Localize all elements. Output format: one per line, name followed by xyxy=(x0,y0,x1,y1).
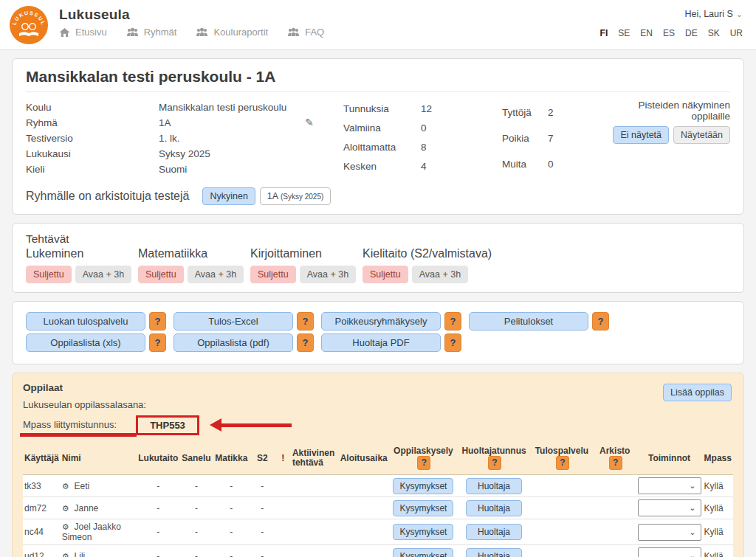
action-button[interactable]: Poikkeusryhmäkysely xyxy=(321,312,441,331)
cell-lukutaito: - xyxy=(137,497,179,519)
cell-guardian: Huoltaja xyxy=(458,497,530,519)
gender-row: Tyttöjä2 xyxy=(502,100,613,125)
cell-archive xyxy=(594,545,636,557)
help-button[interactable]: ? xyxy=(556,456,569,470)
detail-value: 1. lk. xyxy=(159,131,343,146)
action-button[interactable]: Luokan tulospalvelu xyxy=(26,312,145,331)
task-open-button[interactable]: Avaa + 3h xyxy=(75,266,131,283)
guardian-button[interactable]: Huoltaja xyxy=(466,478,522,494)
mpass-code: THP553 xyxy=(136,415,199,435)
detail-value: Mansikkalan testi peruskoulu xyxy=(159,100,343,115)
actions-select[interactable]: ⌄ xyxy=(638,499,701,516)
language-de[interactable]: DE xyxy=(685,28,698,38)
help-button[interactable]: ? xyxy=(297,312,314,331)
student-name: Janne xyxy=(75,503,99,513)
gear-icon[interactable]: ⚙ xyxy=(62,522,69,531)
detail-row: KieliSuomi xyxy=(26,162,343,177)
language-ur[interactable]: UR xyxy=(730,28,743,38)
task-status-button[interactable]: Suljettu xyxy=(138,266,184,283)
language-sk[interactable]: SK xyxy=(708,28,720,38)
action-button[interactable]: Oppilaslista (pdf) xyxy=(173,333,293,352)
help-button[interactable]: ? xyxy=(417,456,430,470)
cell-username: tk33 xyxy=(23,475,61,497)
nav-item-kouluraportit[interactable]: Kouluraportit xyxy=(196,27,268,38)
gear-icon[interactable]: ⚙ xyxy=(62,552,69,557)
cell-guardian: Huoltaja xyxy=(458,519,530,545)
task-open-button[interactable]: Avaa + 3h xyxy=(188,266,244,283)
action-button[interactable]: Tulos-Excel xyxy=(173,312,293,331)
gear-icon[interactable]: ⚙ xyxy=(62,504,69,513)
cell-survey: Kysymykset xyxy=(389,497,458,519)
help-button[interactable]: ? xyxy=(444,333,461,352)
greeting-text: Hei, Lauri S xyxy=(684,9,732,19)
visibility-option-button[interactable]: Ei näytetä xyxy=(613,126,669,144)
gear-icon[interactable]: ⚙ xyxy=(62,482,69,491)
action-group: Oppilaslista (pdf)? xyxy=(173,333,321,352)
help-button[interactable]: ? xyxy=(149,333,166,352)
task-2: MatematiikkaSuljettuAvaa + 3h xyxy=(138,247,250,283)
user-menu[interactable]: Hei, Lauri S⌄ xyxy=(600,9,743,19)
help-button[interactable]: ? xyxy=(488,456,501,470)
student-name: Eeti xyxy=(75,481,90,491)
guardian-button[interactable]: Huoltaja xyxy=(466,548,522,557)
help-button[interactable]: ? xyxy=(297,333,314,352)
action-button[interactable]: Oppilaslista (xls) xyxy=(26,333,145,352)
task-open-button[interactable]: Avaa + 3h xyxy=(300,266,356,283)
guardian-button[interactable]: Huoltaja xyxy=(466,524,522,540)
cell-mpass: Kyllä xyxy=(703,545,733,557)
add-student-button[interactable]: Lisää oppilas xyxy=(663,384,732,401)
archived-test-suffix: (Syksy 2025) xyxy=(281,193,323,201)
cell-matikka: - xyxy=(213,475,250,497)
table-row: ud12⚙Lili----KysymyksetHuoltaja⌄Kyllä xyxy=(23,545,733,557)
task-status-button[interactable]: Suljettu xyxy=(250,266,296,283)
guardian-button[interactable]: Huoltaja xyxy=(466,500,522,516)
nav-item-label: Ryhmät xyxy=(144,27,177,38)
action-button[interactable]: Pelitulokset xyxy=(469,312,588,331)
actions-select[interactable]: ⌄ xyxy=(638,547,701,557)
language-se[interactable]: SE xyxy=(618,28,630,38)
help-button[interactable]: ? xyxy=(149,312,166,331)
actions-select[interactable]: ⌄ xyxy=(638,477,701,494)
task-status-button[interactable]: Suljettu xyxy=(26,266,72,283)
edit-pencil-icon[interactable]: ✎ xyxy=(305,115,314,131)
task-name: Kirjoittaminen xyxy=(250,247,362,260)
language-en[interactable]: EN xyxy=(640,28,653,38)
main-nav: EtusivuRyhmätKouluraportitFAQ xyxy=(59,27,324,38)
actions-select[interactable]: ⌄ xyxy=(638,524,701,541)
help-button[interactable]: ? xyxy=(592,312,609,331)
survey-button[interactable]: Kysymykset xyxy=(393,478,453,494)
survey-button[interactable]: Kysymykset xyxy=(393,524,453,540)
language-es[interactable]: ES xyxy=(663,28,675,38)
detail-label: Lukukausi xyxy=(26,146,159,162)
gender-row: Poikia7 xyxy=(502,125,613,151)
cell-username: dm72 xyxy=(23,497,61,519)
help-button[interactable]: ? xyxy=(609,456,622,470)
archived-test-button[interactable]: 1A (Syksy 2025) xyxy=(260,187,331,205)
survey-button[interactable]: Kysymykset xyxy=(393,548,453,557)
archived-tests-buttons: Nykyinen1A (Syksy 2025) xyxy=(202,187,331,205)
nav-item-ryhmät[interactable]: Ryhmät xyxy=(126,27,177,38)
students-title: Oppilaat xyxy=(23,382,733,393)
students-table-header: KäyttäjäNimiLukutaitoSaneluMatikkaS2!Akt… xyxy=(23,442,733,475)
nav-item-faq[interactable]: FAQ xyxy=(287,27,324,38)
cell-name: ⚙Eeti xyxy=(61,475,137,497)
cell-archive xyxy=(594,475,636,497)
stat-label: Aloittamatta xyxy=(343,138,421,157)
action-button[interactable]: Huoltaja PDF xyxy=(321,333,441,352)
task-open-button[interactable]: Avaa + 3h xyxy=(412,266,468,283)
task-name: Lukeminen xyxy=(26,247,138,260)
cell-mpass: Kyllä xyxy=(703,519,733,545)
language-fi[interactable]: FI xyxy=(600,28,608,38)
stat-row: Tunnuksia12 xyxy=(343,100,502,119)
survey-button[interactable]: Kysymykset xyxy=(393,500,453,516)
actions-row: Luokan tulospalvelu?Tulos-Excel?Poikkeus… xyxy=(26,312,730,331)
student-password-label: Lukuseulan oppilassalasana: xyxy=(23,398,733,412)
lukuseula-logo-icon[interactable]: LUKUSEULA xyxy=(9,5,49,45)
help-button[interactable]: ? xyxy=(444,312,461,331)
task-status-button[interactable]: Suljettu xyxy=(362,266,408,283)
visibility-option-button[interactable]: Näytetään xyxy=(673,126,730,144)
action-group: Pelitulokset? xyxy=(469,312,616,331)
nav-item-etusivu[interactable]: Etusivu xyxy=(59,27,107,38)
archived-test-button[interactable]: Nykyinen xyxy=(202,187,255,205)
cell-results xyxy=(530,497,594,519)
